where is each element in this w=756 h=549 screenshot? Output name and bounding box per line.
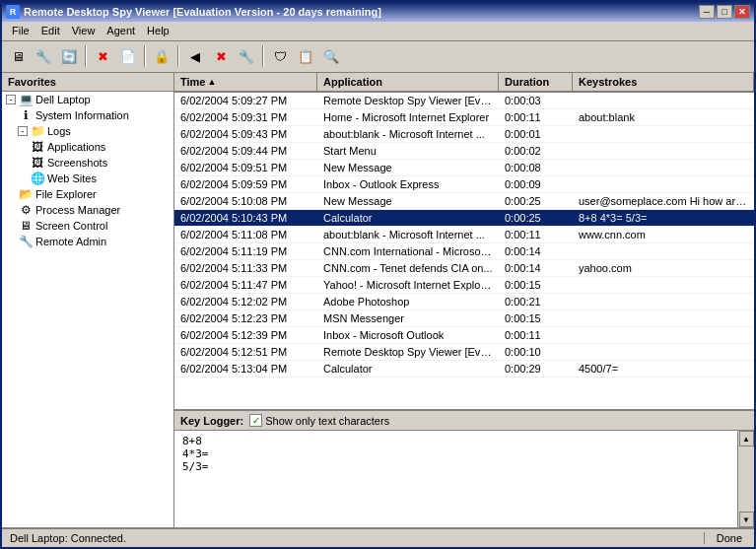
scroll-up-button[interactable]: ▲ xyxy=(739,431,754,446)
cell-keys xyxy=(573,126,754,142)
cell-time: 6/02/2004 5:09:31 PM xyxy=(174,109,317,125)
cell-duration: 0:00:11 xyxy=(499,327,573,343)
sidebar-item-logs[interactable]: - 📁 Logs xyxy=(2,123,173,139)
minimize-button[interactable]: ─ xyxy=(699,5,715,19)
table-row[interactable]: 6/02/2004 5:09:51 PM New Message 0:00:08 xyxy=(174,160,754,176)
expand-icon[interactable]: - xyxy=(6,95,16,104)
sidebar-item-applications[interactable]: 🖼 Applications xyxy=(2,139,173,155)
table-row[interactable]: 6/02/2004 5:09:31 PM Home - Microsoft In… xyxy=(174,109,754,126)
sidebar-label: System Information xyxy=(35,109,129,121)
sidebar-item-screen-control[interactable]: 🖥 Screen Control xyxy=(2,218,173,234)
sidebar-label: Process Manager xyxy=(35,204,120,216)
cell-app: Start Menu xyxy=(317,143,499,159)
toolbar-prev[interactable]: ◀ xyxy=(183,44,207,68)
table-row[interactable]: 6/02/2004 5:10:08 PM New Message 0:00:25… xyxy=(174,193,754,210)
toolbar-stop[interactable]: ✖ xyxy=(209,44,233,68)
keylogger-line: 4*3= xyxy=(182,447,729,460)
sidebar-item-remote-admin[interactable]: 🔧 Remote Admin xyxy=(2,234,173,249)
table-row[interactable]: 6/02/2004 5:10:43 PM Calculator 0:00:25 … xyxy=(174,210,754,227)
bottom-content: 8+84*3=5/3= ▲ ▼ xyxy=(174,431,754,527)
table-body: 6/02/2004 5:09:27 PM Remote Desktop Spy … xyxy=(174,93,754,410)
keylogger-content: 8+84*3=5/3= xyxy=(174,431,737,527)
table-row[interactable]: 6/02/2004 5:12:51 PM Remote Desktop Spy … xyxy=(174,344,754,361)
menu-agent[interactable]: Agent xyxy=(101,23,141,38)
cell-duration: 0:00:11 xyxy=(499,109,573,125)
keylogger-line: 5/3= xyxy=(182,460,729,473)
table-row[interactable]: 6/02/2004 5:12:23 PM MSN Messenger 0:00:… xyxy=(174,310,754,327)
cell-duration: 0:00:10 xyxy=(499,344,573,360)
cell-time: 6/02/2004 5:12:51 PM xyxy=(174,344,317,360)
show-text-checkbox[interactable]: ✓ xyxy=(249,414,262,427)
toolbar-wrench[interactable]: 🔧 xyxy=(32,44,55,68)
table-row[interactable]: 6/02/2004 5:09:27 PM Remote Desktop Spy … xyxy=(174,93,754,109)
expand-icon[interactable]: - xyxy=(18,126,28,136)
table-row[interactable]: 6/02/2004 5:09:59 PM Inbox - Outlook Exp… xyxy=(174,176,754,193)
toolbar-tool2[interactable]: 🔧 xyxy=(235,44,258,68)
cell-time: 6/02/2004 5:10:08 PM xyxy=(174,193,317,209)
table-row[interactable]: 6/02/2004 5:11:19 PM CNN.com Internation… xyxy=(174,243,754,260)
separator-2 xyxy=(144,45,146,67)
sidebar-label: Applications xyxy=(47,141,105,153)
toolbar-clip2[interactable]: 📋 xyxy=(294,44,317,68)
screen-icon: 🖥 xyxy=(18,219,34,233)
table-row[interactable]: 6/02/2004 5:11:33 PM CNN.com - Tenet def… xyxy=(174,260,754,277)
table-row[interactable]: 6/02/2004 5:12:39 PM Inbox - Microsoft O… xyxy=(174,327,754,344)
cell-app: about:blank - Microsoft Internet ... xyxy=(317,227,499,242)
cell-duration: 0:00:01 xyxy=(499,126,573,142)
cell-keys xyxy=(573,143,754,159)
toolbar-refresh[interactable]: 🔄 xyxy=(57,44,81,68)
app-icon: R xyxy=(6,5,20,19)
menu-file[interactable]: File xyxy=(6,23,35,38)
cell-duration: 0:00:09 xyxy=(499,176,573,192)
col-header-duration[interactable]: Duration xyxy=(499,73,573,91)
cell-duration: 0:00:15 xyxy=(499,277,573,293)
cell-app: Adobe Photoshop xyxy=(317,294,499,309)
sort-arrow: ▲ xyxy=(207,77,216,87)
table-row[interactable]: 6/02/2004 5:09:44 PM Start Menu 0:00:02 xyxy=(174,143,754,160)
col-header-keystrokes[interactable]: Keystrokes xyxy=(573,73,754,91)
process-icon: ⚙ xyxy=(18,203,34,217)
computer-icon: 💻 xyxy=(18,93,34,106)
table-row[interactable]: 6/02/2004 5:13:04 PM Calculator 0:00:29 … xyxy=(174,361,754,377)
menu-view[interactable]: View xyxy=(66,23,102,38)
bottom-panel: Key Logger: ✓ Show only text characters … xyxy=(174,409,754,527)
toolbar-lock[interactable]: 🔒 xyxy=(150,44,173,68)
sidebar-item-system-info[interactable]: ℹ System Information xyxy=(2,107,173,123)
cell-keys: about:blank xyxy=(573,109,754,125)
checkbox-container: ✓ Show only text characters xyxy=(249,414,389,427)
table-row[interactable]: 6/02/2004 5:11:47 PM Yahoo! - Microsoft … xyxy=(174,277,754,294)
maximize-button[interactable]: □ xyxy=(717,5,732,19)
toolbar-document[interactable]: 📄 xyxy=(116,44,140,68)
toolbar-computer[interactable]: 🖥 xyxy=(6,44,30,68)
toolbar-shield[interactable]: 🛡 xyxy=(268,44,292,68)
cell-app: Inbox - Microsoft Outlook xyxy=(317,327,499,343)
title-bar: R Remote Desktop Spy Viewer [Evaluation … xyxy=(2,2,754,22)
sidebar-item-file-explorer[interactable]: 📂 File Explorer xyxy=(2,186,173,202)
status-right: Done xyxy=(705,532,754,544)
keylogger-label: Key Logger: xyxy=(180,415,243,427)
cell-duration: 0:00:03 xyxy=(499,93,573,108)
scroll-down-button[interactable]: ▼ xyxy=(739,512,754,527)
cell-duration: 0:00:25 xyxy=(499,193,573,209)
table-row[interactable]: 6/02/2004 5:09:43 PM about:blank - Micro… xyxy=(174,126,754,143)
table-row[interactable]: 6/02/2004 5:11:08 PM about:blank - Micro… xyxy=(174,227,754,243)
col-header-time[interactable]: Time ▲ xyxy=(174,73,317,91)
sidebar-item-process-manager[interactable]: ⚙ Process Manager xyxy=(2,202,173,218)
menu-help[interactable]: Help xyxy=(141,23,175,38)
sidebar-label: Screenshots xyxy=(47,157,107,169)
menu-edit[interactable]: Edit xyxy=(35,23,66,38)
sidebar-item-websites[interactable]: 🌐 Web Sites xyxy=(2,171,173,186)
bottom-scrollbar: ▲ ▼ xyxy=(737,431,754,527)
col-header-app[interactable]: Application xyxy=(317,73,499,91)
cell-keys xyxy=(573,176,754,192)
cell-time: 6/02/2004 5:11:19 PM xyxy=(174,243,317,259)
sidebar-item-dell-laptop[interactable]: - 💻 Dell Laptop xyxy=(2,92,173,107)
table-row[interactable]: 6/02/2004 5:12:02 PM Adobe Photoshop 0:0… xyxy=(174,294,754,310)
close-button[interactable]: ✕ xyxy=(734,5,750,19)
sidebar-item-screenshots[interactable]: 🖼 Screenshots xyxy=(2,155,173,171)
toolbar-delete[interactable]: ✖ xyxy=(91,44,114,68)
cell-time: 6/02/2004 5:13:04 PM xyxy=(174,361,317,377)
right-panel: Time ▲ Application Duration Keystrokes 6… xyxy=(174,73,754,528)
cell-keys: www.cnn.com xyxy=(573,227,754,242)
toolbar-search[interactable]: 🔍 xyxy=(319,44,343,68)
